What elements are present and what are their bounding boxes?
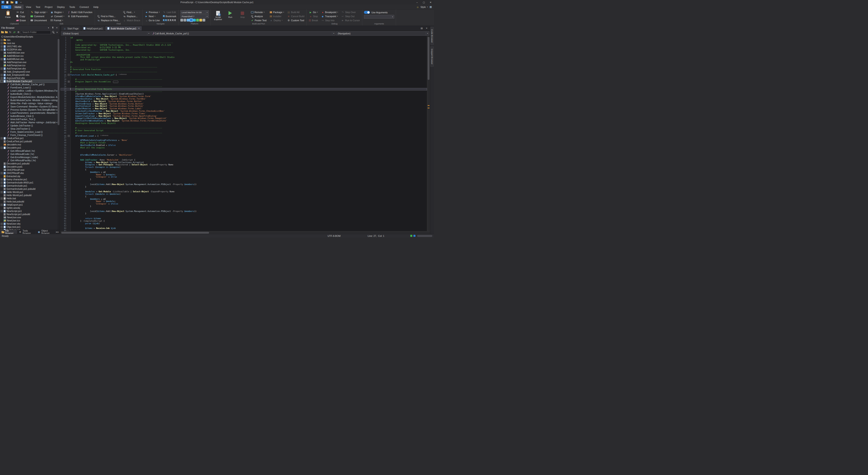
collapse-icon[interactable]: − — [1, 80, 3, 82]
platform-icon-2[interactable] — [184, 19, 186, 22]
tree-item[interactable]: +NewScript.ps1 — [0, 209, 57, 213]
open-button[interactable] — [10, 0, 14, 4]
tree-item[interactable]: +DHCPResIP.vbs — [0, 172, 57, 175]
expand-icon[interactable]: + — [1, 223, 3, 225]
chevron-down-icon[interactable]: ▾ — [206, 11, 209, 14]
style-dropdown-icon[interactable]: ▾ — [427, 6, 428, 8]
tree-item[interactable]: Add048User.ico — [0, 54, 57, 57]
expand-icon[interactable]: + — [1, 185, 3, 187]
tree-function-item[interactable]: ƒForm_StateCorrection_Load () — [0, 130, 57, 133]
expand-icon[interactable]: + — [1, 204, 3, 206]
expand-icon[interactable]: + — [1, 68, 3, 70]
close-button[interactable]: ✕ — [427, 0, 434, 4]
expand-icon[interactable]: + — [1, 172, 3, 174]
tree-item[interactable]: +test me — [0, 41, 57, 45]
chevron-down-icon[interactable]: ▾ — [391, 15, 394, 18]
encoding-indicator[interactable]: UTF-8-BOM — [328, 235, 340, 237]
tree-function-item[interactable]: ƒbuttonBrowse_Click () — [0, 115, 57, 118]
dock-tab-code-browser[interactable]: Code Browser — [430, 27, 434, 45]
expand-icon[interactable]: + — [1, 74, 3, 76]
editor-tab-start-page[interactable]: ⌂Start Page — [61, 26, 81, 31]
script-explorer-button[interactable]: Script Explorer — [212, 10, 224, 22]
build-edit-function-button[interactable]: ƒBuild / Edit Function — [67, 10, 93, 14]
tree-function-item[interactable]: ƒUpdate-JobTracker () — [0, 124, 57, 127]
tree-item[interactable]: +GermanInclude ANSI.ps1 — [0, 181, 57, 184]
platform-icon-1[interactable] — [180, 19, 183, 22]
dock-tab-snippet-browser[interactable]: Snippet Browser — [430, 47, 434, 67]
chevron-down-icon-button[interactable]: ▾ — [47, 27, 50, 29]
tree-function-item[interactable]: ƒForm_Cleanup_FormClosed () — [0, 133, 57, 137]
tree-item[interactable]: +Olga test.ps1 — [0, 225, 57, 229]
sign-script-button[interactable]: ✎Sign script▾ — [30, 10, 48, 14]
tree-item[interactable]: +HelpExport.ps1 — [0, 203, 57, 206]
tree-function-item[interactable]: ƒFormEvent_Load () — [0, 86, 57, 89]
minimize-button[interactable]: – — [414, 0, 421, 4]
convert-button[interactable]: ⇄Convert▾ — [50, 14, 65, 18]
tree-scrollbar-thumb[interactable] — [58, 39, 59, 125]
paste-button[interactable]: Paste — [2, 10, 14, 22]
bookmark-icon[interactable] — [165, 19, 167, 22]
expand-icon[interactable]: + — [1, 137, 3, 139]
tree-function-item[interactable]: ƒLoad-Parameters -parametersets -filewri… — [0, 111, 57, 115]
tree-item[interactable]: +funny character.ps1 — [0, 178, 57, 181]
panel-tab-file-browser[interactable]: File Browser — [0, 230, 17, 234]
uncomment-button[interactable]: Uncomment — [30, 18, 48, 22]
menu-tab-help[interactable]: Help — [91, 4, 101, 9]
platform-combo-1[interactable]: Local Machine 64 Bit▾ — [180, 10, 209, 14]
pester-test-button[interactable]: ✔Pester Test — [250, 18, 267, 22]
search-input[interactable] — [21, 31, 51, 34]
new-doc-button[interactable] — [5, 0, 9, 4]
tree-function-item[interactable]: ƒStop-JobTracker () — [0, 127, 57, 130]
tree-item[interactable]: +5CDDF64.vbs — [0, 48, 57, 51]
tree-item[interactable]: +CmdLetTest.ps1 — [0, 137, 57, 140]
expand-icon[interactable]: + — [1, 46, 3, 48]
package-button[interactable]: Package▾ — [269, 10, 285, 14]
tree-item[interactable]: +GermanInclude.ps1 — [0, 184, 57, 187]
platform-icon-7[interactable] — [199, 19, 202, 22]
tree-item[interactable]: Add_EmployeeID.exe — [0, 70, 57, 73]
menu-tab-tools[interactable]: Tools — [67, 4, 77, 9]
scrollbar-thumb[interactable] — [61, 232, 209, 234]
erase-button[interactable]: Erase — [16, 18, 26, 22]
comment-button[interactable]: Comment — [30, 14, 48, 18]
go-to-line-button[interactable]: →Go to Line — [144, 18, 160, 22]
tree-item[interactable]: decodehr.msi — [0, 143, 57, 146]
tree-item[interactable]: −Build Module Cache.ps1 — [0, 80, 57, 83]
next-button[interactable]: ▶Next▾ — [144, 14, 160, 18]
menu-tab-home[interactable]: Home — [12, 4, 24, 9]
tree-function-item[interactable]: ƒBuild-ModuleCache -Module -Folders <str… — [0, 99, 57, 102]
arguments-combo[interactable]: ▾ — [364, 15, 394, 19]
tree-function-item[interactable]: ƒExport-ModuleSelection -ModuleSelection… — [0, 95, 57, 99]
tree-item[interactable]: +16017481.vbs — [0, 45, 57, 48]
tree-function-item[interactable]: ƒGet-ErrorMessage ( code) — [0, 156, 57, 159]
tree-function-item[interactable]: ƒCall-Build_Module_Cache_psf () — [0, 83, 57, 86]
analyze-button[interactable]: Analyze — [250, 14, 267, 18]
previous-button[interactable]: ◀Previous▾ — [144, 10, 160, 14]
tree-scrollbar[interactable] — [57, 38, 60, 230]
pin-icon-button[interactable] — [52, 27, 54, 29]
refresh-button[interactable]: ↻ — [9, 31, 12, 34]
tree-item[interactable]: NewUser.exe — [0, 216, 57, 219]
sync-button[interactable]: ⇄ — [13, 31, 16, 34]
tree-item[interactable]: AddTempUser.exe — [0, 61, 57, 64]
replace-button[interactable]: ⇆Replace... — [122, 14, 141, 18]
bookmark-icon[interactable] — [172, 19, 174, 22]
tree-function-item[interactable]: ƒLoad-ListBox -ListBox <System.Windows.F… — [0, 89, 57, 92]
expand-icon[interactable]: + — [1, 191, 3, 193]
bookmark-icon[interactable] — [163, 19, 164, 22]
editor-tab-build-module-cache-ps1[interactable]: Build Module Cache.ps1✕ — [105, 26, 142, 31]
region-button[interactable]: ▣Region▾ — [50, 10, 65, 14]
tree-function-item[interactable]: ƒWrite-File -Path <string> -Value <strin… — [0, 102, 57, 105]
tree-item[interactable]: Decodehr.psd1 — [0, 165, 57, 168]
format-button[interactable]: Format▾ — [50, 18, 65, 22]
close-tab-icon[interactable]: ✕ — [138, 27, 140, 29]
horizontal-scrollbar[interactable] — [61, 231, 430, 234]
tree-function-item[interactable]: ƒAdd-JobTracker -Name <string> -JobScrip… — [0, 121, 57, 124]
breakpoint-button[interactable]: ●Breakpoint▾ — [320, 10, 339, 14]
tree-item[interactable]: +Add_EmployeeID.vbs — [0, 73, 57, 77]
tab-list-button[interactable]: ▤ — [420, 27, 423, 30]
tree-item[interactable]: +NewUser.vbs — [0, 222, 57, 225]
tree-item[interactable]: DHCPResIP.exe — [0, 168, 57, 172]
vertical-scrollbar[interactable] — [427, 36, 430, 231]
bookmark-icon[interactable] — [167, 19, 169, 22]
